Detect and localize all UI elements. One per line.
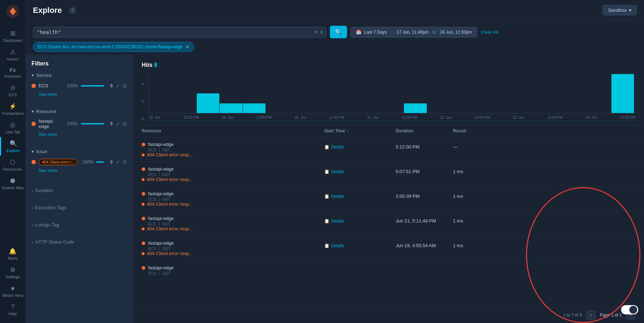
chart-bar: [243, 103, 265, 113]
start-time: 5:12:00 PM: [396, 144, 453, 150]
sidebar-item-whats-new[interactable]: ★ What's New: [0, 282, 25, 300]
filter-section-duration: › Duration: [31, 185, 127, 199]
filter-exclude-icon[interactable]: ⊘: [122, 82, 127, 89]
filter-section-issue-header[interactable]: ▾ Issue: [31, 149, 127, 154]
sidebar-item-live-tail[interactable]: ◎ Live Tail: [0, 118, 25, 137]
search-input[interactable]: [37, 29, 311, 35]
date-range-button[interactable]: 📅 Last 7 Days | 17 Jun, 11:40pm to 24 Ju…: [351, 27, 477, 38]
x-label: 19. Jun: [222, 116, 234, 119]
service-dot-icon: [31, 84, 36, 88]
duration: 1 ms: [453, 194, 635, 199]
filter-pct-fastapi-edge: 100%: [65, 121, 78, 126]
filter-include-icon[interactable]: ✓: [116, 158, 120, 165]
filter-exclude-icon[interactable]: ⊘: [122, 158, 127, 165]
sidebar-item-functions[interactable]: Fx Functions: [0, 64, 25, 81]
table-row: fastapi-edge ECS | GET: [133, 261, 644, 280]
x-label: 12:00 PM: [256, 116, 272, 119]
x-label: 12:00 PM: [547, 116, 563, 119]
info-icon[interactable]: ℹ: [321, 29, 322, 35]
filter-count-ecs: 8: [107, 83, 113, 88]
hits-title: Hits 8: [142, 62, 635, 68]
sidebar-item-system-map[interactable]: ⬢ System Map: [0, 174, 25, 193]
resource-status-dot: [142, 241, 145, 245]
filter-section-http-status-header[interactable]: › HTTP Status Code: [31, 236, 127, 248]
filter-count-fastapi-edge: 8: [107, 121, 113, 126]
filter-section-service-header[interactable]: ▾ Service: [31, 73, 127, 78]
filter-label-issue: 404 Client error r...: [39, 159, 78, 165]
logo[interactable]: [6, 4, 20, 20]
date-to: 24 Jun, 11:50pm: [440, 30, 472, 35]
details-link[interactable]: 📋 Details: [324, 194, 396, 199]
filter-bar-issue: [96, 161, 104, 163]
filter-section-resource-header[interactable]: ▾ Resource: [31, 109, 127, 114]
sidebar-item-settings[interactable]: ⚙ Settings: [0, 263, 25, 282]
duration: —: [453, 144, 635, 150]
start-time: Jun 19, 4:55:54 AM: [396, 243, 453, 248]
details-link[interactable]: 📋 Details: [324, 219, 396, 224]
sandbox-button[interactable]: Sandbox ▾: [602, 5, 637, 15]
y-label-4: 4: [142, 82, 144, 86]
filter-pct-issue: 100%: [80, 160, 93, 165]
result-badge: 404 Client error resp...: [142, 226, 324, 231]
sidebar-item-transactions[interactable]: ⚡ Transactions: [0, 100, 25, 118]
x-label: 22. Jun: [440, 116, 452, 119]
resource-status-dot: [142, 217, 145, 220]
details-link[interactable]: 📋 Details: [324, 243, 396, 248]
x-label: 12:00 PM: [329, 116, 345, 119]
table-row: fastapi-edge ECS | GET 📋 Details Jun 21,…: [133, 211, 644, 236]
x-label: 23. Jun: [513, 116, 525, 119]
chevron-right-icon: ›: [31, 239, 33, 245]
resource-status-dot: [142, 167, 145, 171]
resource-status-dot: [142, 266, 145, 270]
filter-see-more-service[interactable]: See more: [39, 92, 127, 97]
sidebar-item-help[interactable]: ? Help: [0, 300, 25, 319]
filter-section-duration-header[interactable]: › Duration: [31, 185, 127, 196]
start-time: 2:00:39 PM: [396, 194, 453, 199]
x-label: 24. Jun: [585, 116, 597, 119]
sidebar-item-resources[interactable]: ⬡ Resources: [0, 156, 25, 174]
hits-count: 8: [154, 62, 157, 68]
filter-exclude-icon[interactable]: ⊘: [122, 121, 127, 127]
help-icon[interactable]: ?: [69, 7, 76, 14]
clear-all-button[interactable]: Clear All: [481, 29, 498, 35]
sidebar-item-ecs[interactable]: ⊙ ECS: [0, 81, 25, 100]
chevron-down-icon: ▾: [31, 149, 34, 154]
filter-see-more-issue[interactable]: See more: [39, 168, 127, 173]
filter-tag: ECS Cluster Arn: arn:aws:ecs:us-west-2:1…: [33, 42, 194, 52]
start-time: 5:07:51 PM: [396, 169, 453, 174]
pagination-info: 1 to ? of 8: [563, 313, 582, 318]
prev-page-button[interactable]: ‹: [586, 311, 596, 319]
resource-cell: fastapi-edge ECS | GET: [142, 191, 324, 201]
details-link[interactable]: 📋 Details: [324, 169, 396, 174]
filters-panel: Filters ▾ Service ECS 100% 8 ✓ ⊘: [26, 55, 133, 323]
filter-see-more-resource[interactable]: See more: [39, 132, 127, 137]
start-time: Jun 21, 5:11:48 PM: [396, 218, 453, 224]
table-row: fastapi-edge ECS | GET 📋 Details 5:07:51…: [133, 162, 644, 187]
clear-search-icon[interactable]: ✕: [314, 29, 318, 35]
toggle-knob: [629, 306, 637, 314]
details-link[interactable]: 📋 Details: [324, 145, 396, 150]
toggle-button[interactable]: [621, 305, 638, 314]
result-badge: 404 Client error resp...: [142, 251, 324, 256]
page-title: Explore: [33, 6, 62, 15]
filter-tag-close-icon[interactable]: ✕: [185, 44, 190, 50]
filter-include-icon[interactable]: ✓: [116, 82, 120, 89]
filter-section-lumigo-tag-header[interactable]: › Lumigo Tag: [31, 219, 127, 230]
filter-item-fastapi-edge: fastapi-edge 100% 8 ✓ ⊘: [31, 118, 127, 129]
table-row: fastapi-edge ECS | GET 📋 Details 2:00:39…: [133, 187, 644, 211]
sidebar-item-alerts[interactable]: 🔔 Alerts: [0, 245, 25, 263]
chevron-down-icon: ▾: [629, 8, 631, 13]
sidebar-item-dashboard[interactable]: ⊞ Dashboard: [0, 27, 25, 45]
filter-count-issue: 8: [107, 160, 113, 165]
filter-bar-fastapi-edge: [81, 123, 104, 124]
resource-status-dot: [142, 192, 145, 196]
filter-section-execution-tags-header[interactable]: › Execution Tags: [31, 202, 127, 213]
search-button[interactable]: 🔍: [330, 26, 347, 38]
table-row: fastapi-edge ECS | GET 📋 Details 5:12:00…: [133, 137, 644, 162]
filter-section-service: ▾ Service ECS 100% 8 ✓ ⊘ See more: [31, 73, 127, 103]
sidebar-item-issues[interactable]: ⚠ Issues: [0, 45, 25, 64]
col-start-time[interactable]: Start Time↓: [324, 128, 396, 133]
sidebar-item-explore[interactable]: 🔍 Explore: [0, 137, 25, 156]
filter-include-icon[interactable]: ✓: [116, 121, 120, 127]
chevron-down-icon: ▾: [31, 109, 34, 114]
